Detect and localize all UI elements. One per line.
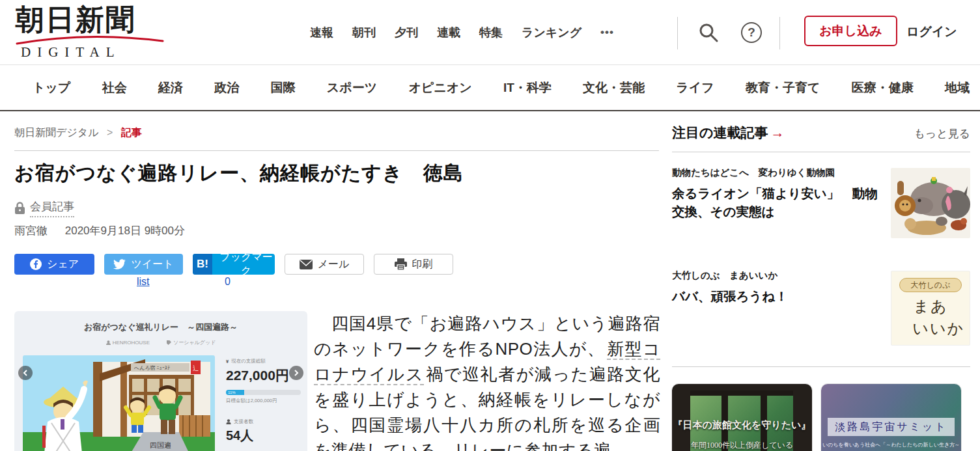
article-image[interactable]: お宿がつなぐ巡礼リレー ～四国遍路～ HENROHOUSE ソーシャルグッド: [14, 311, 307, 451]
login-label: ログイン: [906, 25, 957, 38]
promo-subtitle: 年間1000件以上倒産している: [672, 440, 812, 451]
svg-text:へんろ宿 ﾆｭｰｽﾃ: へんろ宿 ﾆｭｰｽﾃ: [134, 365, 170, 371]
category-nav: トップ 社会 経済 政治 国際 スポーツ オピニオン IT・科学 文化・芸能 ラ…: [0, 66, 980, 111]
print-icon: [395, 258, 407, 270]
asahi-logo[interactable]: 朝日新聞 DIGITAL: [16, 4, 172, 61]
nav-tokushu[interactable]: 特集: [479, 25, 503, 40]
tab-education[interactable]: 教育・子育て: [746, 79, 820, 96]
print-button[interactable]: 印刷: [374, 254, 453, 275]
tab-health[interactable]: 医療・健康: [852, 79, 914, 96]
featured-series-header: 注目の連載記事→ もっと見る: [672, 124, 970, 152]
site-header: 朝日新聞 DIGITAL 速報 朝刊 夕刊 連載 特集 ランキング ••• ? …: [0, 0, 980, 65]
author-name: 雨宮徹: [14, 225, 48, 237]
twitter-share-button[interactable]: ツイート: [104, 254, 183, 275]
crowdfunding-tags: HENROHOUSE ソーシャルグッド: [14, 339, 307, 346]
crowdfunding-owner: HENROHOUSE: [106, 340, 150, 346]
see-more-link[interactable]: もっと見る: [914, 126, 970, 141]
tab-culture[interactable]: 文化・芸能: [583, 79, 645, 96]
facebook-icon: [30, 258, 42, 270]
article-body: 四国4県で「お遍路ハウス」という遍路宿のネットワークを作るNPO法人が、新型コロ…: [314, 311, 660, 451]
tweet-list-link[interactable]: list: [137, 276, 150, 288]
shinobu-column-thumbnail: 大竹しのぶ まあ いいか: [891, 271, 970, 346]
progress-fill: 11%: [226, 390, 244, 395]
tab-chiiki[interactable]: 地域: [945, 79, 970, 96]
promo-title: 淡路島宇宙サミット: [835, 420, 947, 434]
crowdfunding-category: ソーシャルグッド: [167, 339, 216, 346]
tab-keizai[interactable]: 経済: [158, 79, 183, 96]
signup-label: お申し込み: [819, 23, 882, 40]
promo-subtitle: いのちを養いあう社会へ「～わたしたちの新しい生き方～: [821, 441, 961, 448]
login-button[interactable]: ログイン: [906, 23, 957, 40]
tab-life[interactable]: ライフ: [676, 79, 714, 96]
zoo-article-thumbnail: [891, 168, 970, 238]
tab-it-science[interactable]: IT・科学: [503, 79, 552, 96]
nav-ranking[interactable]: ランキング: [522, 25, 581, 40]
sidebar: 注目の連載記事→ もっと見る 動物たちはどこへ 変わりゆく動物園 余るライオン「…: [672, 124, 970, 451]
series-article-zoo[interactable]: 動物たちはどこへ 変わりゆく動物園 余るライオン「猫より安い」 動物交換、その実…: [672, 167, 970, 264]
owner-name: HENROHOUSE: [113, 340, 150, 346]
breadcrumb-current[interactable]: 記事: [121, 127, 142, 138]
hatena-label: ブックマーク: [217, 254, 275, 275]
mail-button[interactable]: メール: [285, 254, 364, 275]
series-article-shinobu[interactable]: 大竹しのぶ まあいいか ババ、頑張ろうね！ 大竹しのぶ まあ いいか: [672, 269, 970, 367]
byline: 雨宮徹 2020年9月18日 9時00分: [14, 223, 185, 238]
series-article-title: 余るライオン「猫より安い」 動物交換、その実態は: [672, 184, 884, 221]
tab-shakai[interactable]: 社会: [102, 79, 127, 96]
more-menu-icon[interactable]: •••: [600, 26, 614, 39]
tab-sports[interactable]: スポーツ: [327, 79, 377, 96]
yen-icon: ¥: [226, 359, 229, 364]
crowdfunding-title: お宿がつなぐ巡礼リレー ～四国遍路～: [14, 321, 307, 333]
supporters-label: 支援者数: [234, 418, 253, 425]
nav-sokuho[interactable]: 速報: [310, 25, 333, 40]
member-article-link[interactable]: 会員記事: [30, 199, 74, 217]
goal-label: 目標金額は2,000,000円: [226, 398, 303, 404]
progress-bar: 11%: [226, 390, 301, 395]
tab-seiji[interactable]: 政治: [214, 79, 239, 96]
mail-icon: [300, 260, 313, 269]
page-title: お宿がつなぐ遍路リレー、納経帳がたすき 徳島: [14, 160, 659, 187]
search-icon[interactable]: [698, 22, 719, 43]
facebook-share-button[interactable]: シェア: [14, 254, 94, 275]
nav-chokan[interactable]: 朝刊: [352, 25, 376, 40]
twitter-share-label: ツイート: [131, 258, 173, 271]
featured-series-heading[interactable]: 注目の連載記事: [672, 125, 768, 140]
tab-top[interactable]: トップ: [33, 79, 70, 96]
tag-icon: [167, 340, 171, 345]
logo-text: 朝日新聞: [16, 4, 172, 36]
nav-yukan[interactable]: 夕刊: [395, 25, 418, 40]
help-glyph: ?: [748, 25, 755, 40]
carousel-next-icon[interactable]: [289, 366, 303, 380]
maa-text: まあ: [891, 296, 970, 317]
red-arrow-icon: →: [771, 125, 785, 140]
article-paragraph: 四国4県で「お遍路ハウス」という遍路宿のネットワークを作るNPO法人が、新型コロ…: [314, 311, 660, 451]
hatena-icon: B!: [193, 254, 212, 275]
supporters-value: 54人: [226, 427, 303, 444]
promo-title: 『日本の旅館文化を守りたい』: [672, 419, 812, 431]
breadcrumb-home[interactable]: 朝日新聞デジタル: [14, 127, 99, 138]
tab-opinion[interactable]: オピニオン: [408, 79, 471, 96]
carousel-prev-icon[interactable]: [18, 366, 33, 380]
share-buttons: シェア ツイート B! ブックマーク メール: [14, 254, 453, 275]
user-icon: [106, 340, 111, 345]
tab-kokusai[interactable]: 国際: [270, 79, 295, 96]
help-icon[interactable]: ?: [741, 22, 762, 43]
mail-label: メール: [318, 258, 350, 271]
print-label: 印刷: [412, 258, 433, 271]
iika-text: いいか: [891, 318, 970, 339]
svg-text:辶: 辶: [193, 365, 199, 372]
shinobu-name-badge: 大竹しのぶ: [899, 278, 962, 292]
amount-label: 現在の支援総額: [231, 358, 266, 364]
hatena-bookmark-button[interactable]: B! ブックマーク: [193, 254, 275, 275]
header-divider: [677, 17, 678, 49]
awajishima-promo-card[interactable]: 淡路島宇宙サミット いのちを養いあう社会へ「～わたしたちの新しい生き方～: [821, 384, 961, 451]
facebook-share-label: シェア: [47, 258, 79, 271]
header-divider: [779, 17, 780, 49]
ryokan-promo-card[interactable]: 『日本の旅館文化を守りたい』 年間1000件以上倒産している: [672, 384, 812, 451]
nav-rensai[interactable]: 連載: [437, 25, 460, 40]
series-article-title: ババ、頑張ろうね！: [672, 287, 884, 305]
member-badge: 会員記事: [14, 199, 74, 217]
header-nav: 速報 朝刊 夕刊 連載 特集 ランキング •••: [310, 0, 614, 65]
window-frame: [690, 390, 793, 396]
signup-button[interactable]: お申し込み: [804, 16, 897, 46]
bookmark-count[interactable]: 0: [225, 276, 231, 288]
